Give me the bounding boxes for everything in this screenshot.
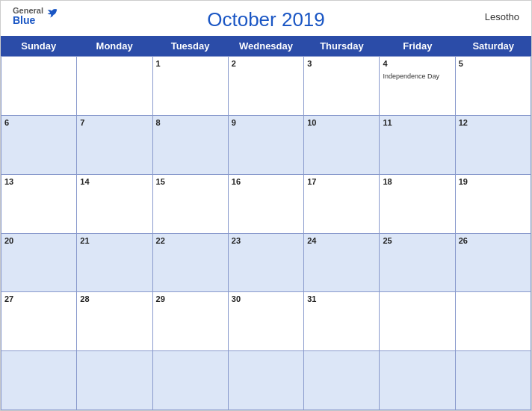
- cell-date-number: 29: [156, 294, 225, 303]
- cell-date-number: 9: [232, 118, 300, 127]
- calendar-cell: 5: [456, 57, 531, 116]
- logo: General Blue: [13, 7, 58, 25]
- calendar-title: October 2019: [207, 8, 325, 31]
- cell-date-number: 16: [232, 177, 300, 186]
- country-label: Lesotho: [485, 11, 519, 22]
- calendar-cell: 11: [380, 116, 455, 175]
- cell-date-number: 30: [232, 294, 300, 303]
- cell-event-label: Independence Day: [383, 72, 439, 80]
- day-header-tuesday: Tuesday: [152, 36, 228, 56]
- cell-date-number: 15: [156, 177, 225, 186]
- calendar-cell: [456, 292, 531, 351]
- calendar-cell: 2: [229, 57, 304, 116]
- day-header-sunday: Sunday: [1, 36, 76, 56]
- cell-date-number: 4: [383, 59, 451, 68]
- calendar-cell: 12: [456, 116, 531, 175]
- cell-date-number: 17: [307, 177, 376, 186]
- cell-date-number: 25: [383, 236, 451, 245]
- calendar-cell: 27: [1, 292, 77, 351]
- calendar-container: General Blue October 2019 Lesotho Sunday…: [0, 0, 532, 411]
- cell-date-number: 22: [156, 236, 225, 245]
- calendar-cell: [1, 351, 77, 410]
- cell-date-number: 27: [4, 294, 73, 303]
- calendar-cell: 30: [229, 292, 304, 351]
- cell-date-number: 19: [459, 177, 528, 186]
- calendar-cell: [304, 351, 380, 410]
- cell-date-number: 8: [156, 118, 225, 127]
- day-header-wednesday: Wednesday: [228, 36, 303, 56]
- day-header-saturday: Saturday: [456, 36, 531, 56]
- calendar-cell: 4Independence Day: [380, 57, 455, 116]
- cell-date-number: 23: [232, 236, 300, 245]
- cell-date-number: 18: [383, 177, 451, 186]
- cell-date-number: 24: [307, 236, 376, 245]
- cell-date-number: 11: [383, 118, 451, 127]
- calendar-cell: 28: [77, 292, 152, 351]
- calendar-cell: 22: [153, 234, 229, 293]
- cell-date-number: 3: [307, 59, 376, 68]
- cell-date-number: 13: [4, 177, 73, 186]
- cell-date-number: 26: [459, 236, 528, 245]
- calendar-cell: 15: [153, 175, 229, 234]
- calendar-cell: [229, 351, 304, 410]
- calendar-cell: 17: [304, 175, 380, 234]
- day-header-friday: Friday: [380, 36, 455, 56]
- calendar-cell: 18: [380, 175, 455, 234]
- calendar-cell: 25: [380, 234, 455, 293]
- calendar-cell: [77, 57, 152, 116]
- cell-date-number: 21: [80, 236, 149, 245]
- cell-date-number: 14: [80, 177, 149, 186]
- cell-date-number: 6: [4, 118, 73, 127]
- calendar-grid: 1234Independence Day56789101112131415161…: [1, 56, 531, 410]
- calendar-cell: [456, 351, 531, 410]
- day-header-monday: Monday: [76, 36, 152, 56]
- calendar-cell: 16: [229, 175, 304, 234]
- calendar-cell: [380, 351, 455, 410]
- bird-icon: [45, 7, 58, 20]
- cell-date-number: 20: [4, 236, 73, 245]
- calendar-cell: 8: [153, 116, 229, 175]
- cell-date-number: 1: [156, 59, 225, 68]
- calendar-cell: 6: [1, 116, 77, 175]
- calendar-cell: 29: [153, 292, 229, 351]
- calendar-cell: 31: [304, 292, 380, 351]
- days-header: SundayMondayTuesdayWednesdayThursdayFrid…: [1, 36, 531, 56]
- cell-date-number: 31: [307, 294, 376, 303]
- calendar-cell: [380, 292, 455, 351]
- calendar-header: General Blue October 2019 Lesotho: [1, 1, 531, 36]
- calendar-cell: 3: [304, 57, 380, 116]
- cell-date-number: 12: [459, 118, 528, 127]
- calendar-cell: 26: [456, 234, 531, 293]
- calendar-cell: 10: [304, 116, 380, 175]
- day-header-thursday: Thursday: [304, 36, 380, 56]
- cell-date-number: 28: [80, 294, 149, 303]
- calendar-cell: 21: [77, 234, 152, 293]
- calendar-cell: 23: [229, 234, 304, 293]
- calendar-cell: 13: [1, 175, 77, 234]
- calendar-cell: [1, 57, 77, 116]
- logo-blue: Blue: [13, 15, 43, 25]
- cell-date-number: 2: [232, 59, 300, 68]
- calendar-cell: 20: [1, 234, 77, 293]
- calendar-cell: 7: [77, 116, 152, 175]
- calendar-cell: 19: [456, 175, 531, 234]
- calendar-cell: 1: [153, 57, 229, 116]
- cell-date-number: 5: [459, 59, 528, 68]
- cell-date-number: 10: [307, 118, 376, 127]
- calendar-cell: 14: [77, 175, 152, 234]
- calendar-cell: 24: [304, 234, 380, 293]
- calendar-cell: 9: [229, 116, 304, 175]
- calendar-cell: [77, 351, 152, 410]
- cell-date-number: 7: [80, 118, 149, 127]
- calendar-cell: [153, 351, 229, 410]
